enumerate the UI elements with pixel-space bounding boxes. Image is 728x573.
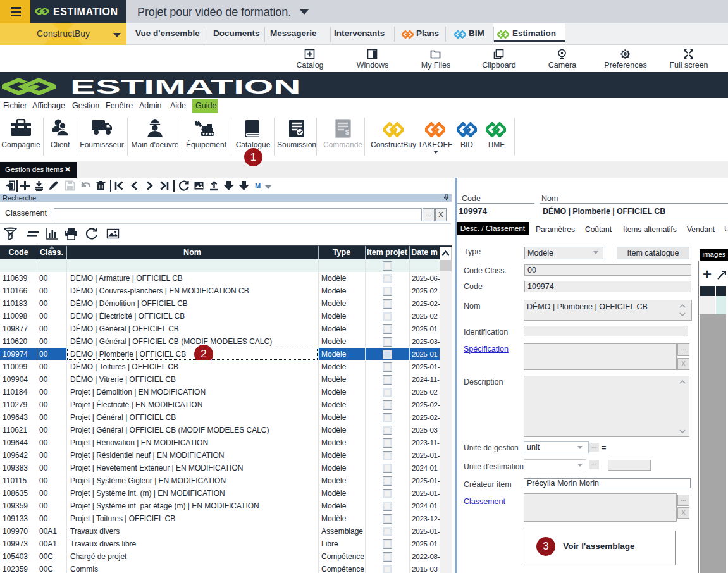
svg-text:$: $ <box>345 128 349 136</box>
